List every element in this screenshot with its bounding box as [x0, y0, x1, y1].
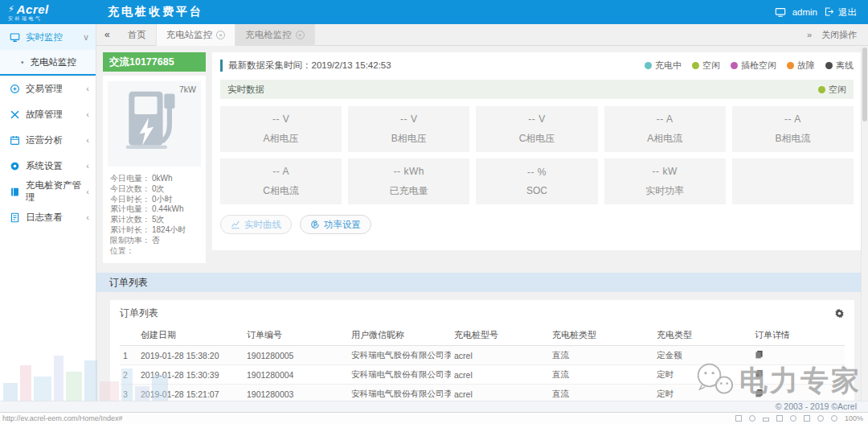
chevron-left-icon: ‹ [86, 161, 89, 171]
metric-card-phase-b-current: -- AB相电流 [732, 106, 854, 152]
zoom-in-icon[interactable] [831, 415, 837, 422]
orders-panel: 订单列表 创建日期 订单编号 用户微 [110, 300, 854, 401]
stat-row: 限制功率：否 [110, 236, 199, 246]
tabs-scroll-right-button[interactable]: » [807, 30, 812, 39]
status-dot [645, 62, 652, 69]
table-row[interactable]: 22019-01-28 15:30:391901280004安科瑞电气股份有限公… [120, 365, 845, 385]
scrollbar-thumb[interactable] [862, 47, 867, 121]
realtime-data-title: 实时数据 [227, 84, 264, 96]
grid-icon[interactable] [776, 415, 783, 422]
col-order-no: 订单编号 [244, 326, 348, 346]
page-title: 充电桩收费平台 [108, 5, 203, 19]
close-icon[interactable]: × [216, 31, 225, 39]
legend-charging: 充电中 [645, 60, 682, 72]
metric-card-charged-energy: -- kWh已充电量 [348, 158, 469, 204]
table-settings-gear-icon[interactable] [834, 308, 845, 319]
sidebar-item-label: 日志查看 [26, 212, 63, 224]
sidebar-item-logs[interactable]: 日志查看 ‹ [0, 204, 96, 230]
pile-summary-card: 7kW [103, 76, 206, 263]
stat-row: 位置： [110, 246, 199, 257]
col-create-date: 创建日期 [137, 326, 244, 346]
zoom-level[interactable]: 100% [845, 414, 863, 422]
order-detail-icon[interactable] [755, 350, 764, 359]
status-dot [787, 62, 794, 69]
tray-icon[interactable] [763, 418, 769, 422]
power-p-icon [310, 220, 320, 229]
gear-icon [10, 161, 20, 171]
sidebar-subitem-label: 充电站监控 [31, 56, 77, 68]
metric-cards: -- VA相电压 -- VB相电压 -- VC相电压 -- AA相电流 -- A… [220, 106, 854, 204]
top-bar: ⚡ Acrel 安科瑞电气 充电桩收费平台 admin 退出 [0, 0, 868, 24]
status-dot [818, 86, 825, 93]
logout-icon [824, 6, 835, 18]
monitor-icon[interactable] [775, 6, 786, 18]
monitor-screen-icon [10, 32, 20, 43]
orders-panel-title: 订单列表 [120, 307, 158, 320]
tab-label: 充电站监控 [166, 29, 213, 41]
tab-bar: « 首页 充电站监控 × 充电枪监控 × » 关闭操作 [96, 24, 868, 46]
stat-row: 累计电量：0.44kWh [110, 204, 199, 215]
gun-status-badge: 空闲 [818, 84, 846, 96]
sidebar-item-settings[interactable]: 系统设置 ‹ [0, 153, 96, 179]
logo-text: Acrel [17, 3, 49, 15]
pile-icon-box: 7kW [108, 81, 201, 167]
order-detail-icon[interactable] [755, 369, 764, 378]
col-order-detail: 订单详情 [751, 326, 845, 346]
metric-card-realtime-power: -- kW实时功率 [604, 158, 726, 204]
col-pile-type: 充电桩类型 [549, 326, 653, 346]
table-row[interactable]: 12019-01-28 15:38:201901280005安科瑞电气股份有限公… [120, 346, 845, 365]
sidebar-item-label: 交易管理 [26, 83, 63, 95]
sidebar-item-transactions[interactable]: 交易管理 ‹ [0, 76, 96, 101]
status-dot [731, 62, 738, 69]
stat-row: 今日时长：0小时 [110, 195, 199, 205]
document-icon [10, 212, 20, 223]
close-icon[interactable]: × [296, 31, 305, 39]
content-area: 交流10177685 7kW [96, 46, 868, 401]
realtime-curve-button[interactable]: 实时曲线 [220, 215, 292, 234]
tab-label: 首页 [128, 29, 146, 41]
order-detail-icon[interactable] [755, 389, 764, 397]
status-dot [692, 62, 699, 69]
chart-line-icon [231, 220, 240, 229]
sidebar-item-pile-assets[interactable]: 充电桩资产管理 ‹ [0, 179, 96, 204]
sidebar-item-faults[interactable]: 故障管理 ‹ [0, 101, 96, 127]
chevron-down-icon: ∨ [83, 32, 89, 43]
status-legend: 充电中 空闲 插枪空闲 故障 离线 [645, 60, 854, 72]
wrench-icon [10, 109, 20, 120]
vertical-scrollbar[interactable] [861, 46, 868, 401]
calendar-icon [10, 135, 20, 146]
transaction-icon [10, 84, 20, 94]
pile-id-badge[interactable]: 交流10177685 [103, 52, 206, 72]
collect-time: 最新数据采集时间：2019/2/13 15:42:53 [228, 60, 391, 72]
page-icon[interactable] [735, 415, 742, 422]
metric-card-phase-a-current: -- AA相电流 [604, 106, 726, 152]
logout-button[interactable]: 退出 [824, 6, 857, 19]
table-row[interactable]: 32019-01-28 15:21:071901280003安科瑞电气股份有限公… [120, 385, 845, 401]
protected-mode-icon[interactable] [749, 415, 755, 422]
realtime-panel: 最新数据采集时间：2019/2/13 15:42:53 充电中 空闲 插枪空闲 … [212, 52, 862, 250]
tabs-scroll-left-button[interactable]: « [96, 29, 118, 40]
tab-home[interactable]: 首页 [118, 24, 156, 46]
metric-card-phase-b-voltage: -- VB相电压 [348, 106, 469, 152]
refresh-icon[interactable] [790, 415, 796, 422]
sidebar-item-analysis[interactable]: 运营分析 ‹ [0, 127, 96, 153]
realtime-data-header: 实时数据 空闲 [220, 80, 854, 99]
legend-plugged-idle: 插枪空闲 [731, 60, 776, 72]
tab-station-monitor[interactable]: 充电站监控 × [156, 24, 236, 46]
col-charge-type: 充电类型 [653, 326, 751, 346]
window-icon[interactable] [804, 415, 810, 422]
zoom-out-icon[interactable] [817, 415, 824, 422]
orders-section-header: 订单列表 [96, 273, 868, 292]
col-wechat-nickname: 用户微信昵称 [348, 326, 451, 346]
power-setting-button[interactable]: 功率设置 [300, 215, 371, 234]
tab-gun-monitor[interactable]: 充电枪监控 × [235, 24, 315, 46]
stat-row: 今日电量：0kWh [110, 174, 199, 184]
sidebar-item-realtime-monitor[interactable]: 实时监控 ∨ [0, 24, 96, 50]
stat-row: 累计次数：5次 [110, 215, 199, 225]
status-dot [825, 62, 833, 69]
pile-stats: 今日电量：0kWh 今日次数：0次 今日时长：0小时 累计电量：0.44kWh … [108, 174, 201, 256]
orders-table-header-row: 创建日期 订单编号 用户微信昵称 充电桩型号 充电桩类型 充电类型 订单详情 [120, 326, 845, 346]
sidebar-item-station-monitor[interactable]: • 充电站监控 [0, 50, 96, 74]
user-menu[interactable]: admin [792, 7, 817, 17]
close-operations-dropdown[interactable]: 关闭操作 [821, 29, 857, 41]
